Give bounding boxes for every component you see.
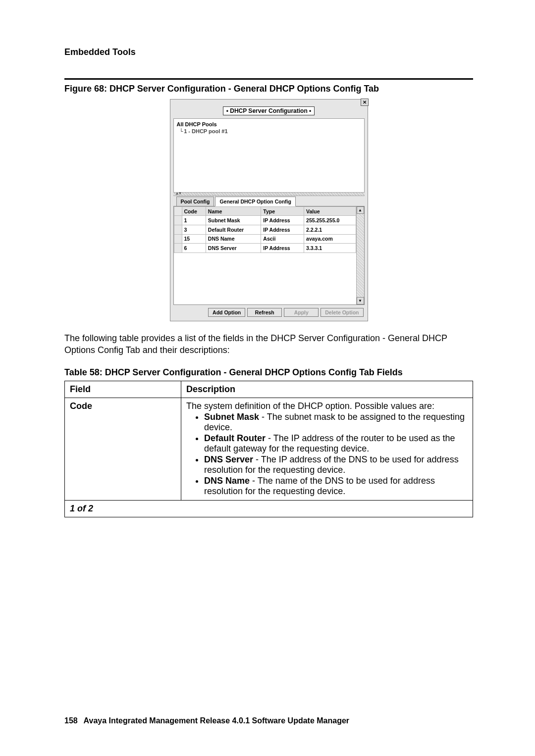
apply-button[interactable]: Apply [284,308,319,317]
dhcp-config-dialog: ✕ • DHCP Server Configuration • All DHCP… [170,99,368,321]
figure-caption: Figure 68: DHCP Server Configuration - G… [64,84,473,94]
options-grid-wrap: Code Name Type Value 1 Subnet Mask IP Ad… [173,206,365,305]
cell-type: IP Address [261,244,304,253]
scroll-down-icon[interactable]: ▼ [357,297,364,304]
field-description-table: Field Description Code The system defini… [64,381,473,517]
horizontal-rule [64,78,473,80]
cell-type: Ascii [261,234,304,244]
table-row: Code The system definition of the DHCP o… [65,398,473,500]
table-caption: Table 58: DHCP Server Configuration - Ge… [64,367,473,378]
cell-type: IP Address [261,216,304,225]
splitter-handle[interactable] [173,192,365,196]
cell-name: DNS Name [206,234,261,244]
tree-root[interactable]: All DHCP Pools [177,121,361,128]
page-footer: 158 Avaya Integrated Management Release … [64,716,349,725]
col-code[interactable]: Code [182,207,206,216]
tab-general-dhcp-option-config[interactable]: General DHCP Option Config [215,197,295,206]
cell-name: Default Router [206,225,261,234]
tree-child[interactable]: └1 - DHCP pool #1 [180,128,361,135]
cell-value: 255.255.255.0 [304,216,356,225]
button-row: Add Option Refresh Apply Delete Option [173,305,365,318]
tree-child-label: 1 - DHCP pool #1 [184,128,227,134]
th-field: Field [65,381,181,398]
figure-wrap: ✕ • DHCP Server Configuration • All DHCP… [64,99,473,321]
pager-cell: 1 of 2 [65,500,473,517]
col-value[interactable]: Value [304,207,356,216]
dialog-title-text: • DHCP Server Configuration • [223,106,315,115]
desc-list: Subnet Mask - The subnet mask to be assi… [204,412,468,497]
table-row[interactable]: 6 DNS Server IP Address 3.3.3.1 [174,244,356,253]
vertical-scrollbar[interactable]: ▲ ▼ [356,206,364,304]
cell-value: avaya.com [304,234,356,244]
table-row[interactable]: 1 Subnet Mask IP Address 255.255.255.0 [174,216,356,225]
list-item: DNS Name - The name of the DNS to be use… [204,476,468,497]
cell-type: IP Address [261,225,304,234]
dialog-title: • DHCP Server Configuration • [173,106,365,115]
pool-tree[interactable]: All DHCP Pools └1 - DHCP pool #1 [173,118,365,193]
cell-code: 1 [182,216,206,225]
cell-code: 6 [182,244,206,253]
field-desc-cell: The system definition of the DHCP option… [181,398,473,500]
options-grid[interactable]: Code Name Type Value 1 Subnet Mask IP Ad… [174,206,356,304]
page-number: 158 [64,716,78,725]
refresh-button[interactable]: Refresh [247,308,282,317]
list-item: Subnet Mask - The subnet mask to be assi… [204,412,468,433]
section-header: Embedded Tools [64,47,473,57]
cell-value: 2.2.2.1 [304,225,356,234]
field-name-cell: Code [65,398,181,500]
tabs-row: Pool Config General DHCP Option Config [173,196,365,206]
list-item: Default Router - The IP address of the r… [204,433,468,454]
table-row[interactable]: 3 Default Router IP Address 2.2.2.1 [174,225,356,234]
col-name[interactable]: Name [206,207,261,216]
cell-code: 15 [182,234,206,244]
cell-code: 3 [182,225,206,234]
col-select [174,207,182,216]
pager-row: 1 of 2 [65,500,473,517]
cell-name: Subnet Mask [206,216,261,225]
delete-option-button[interactable]: Delete Option [321,308,363,317]
scroll-up-icon[interactable]: ▲ [357,206,364,214]
list-item: DNS Server - The IP address of the DNS t… [204,454,468,475]
tab-pool-config[interactable]: Pool Config [176,197,214,206]
close-icon[interactable]: ✕ [361,99,369,106]
footer-title: Avaya Integrated Management Release 4.0.… [84,716,349,725]
cell-name: DNS Server [206,244,261,253]
intro-paragraph: The following table provides a list of t… [64,332,473,356]
add-option-button[interactable]: Add Option [208,308,245,317]
desc-lead: The system definition of the DHCP option… [186,401,468,411]
cell-value: 3.3.3.1 [304,244,356,253]
col-type[interactable]: Type [261,207,304,216]
table-row[interactable]: 15 DNS Name Ascii avaya.com [174,234,356,244]
th-description: Description [181,381,473,398]
